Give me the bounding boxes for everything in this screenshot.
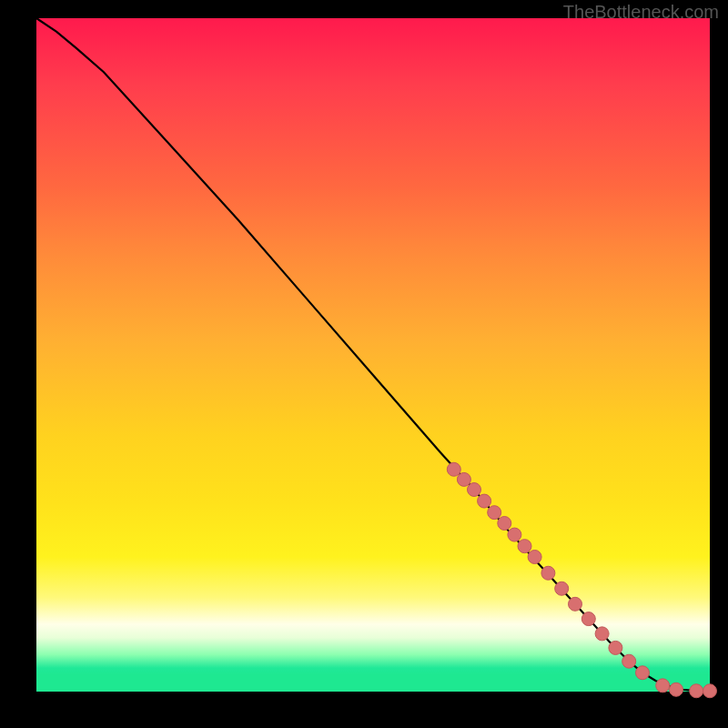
data-point bbox=[468, 483, 481, 497]
plot-area bbox=[36, 18, 710, 692]
data-point bbox=[528, 551, 541, 564]
chart-frame: TheBottleneck.com bbox=[0, 0, 728, 728]
watermark-text: TheBottleneck.com bbox=[563, 2, 719, 23]
bottleneck-curve bbox=[36, 18, 710, 691]
highlighted-points-group bbox=[447, 462, 716, 697]
data-point bbox=[518, 540, 531, 553]
data-point bbox=[447, 462, 460, 476]
data-point bbox=[508, 528, 521, 541]
data-point bbox=[555, 581, 569, 595]
data-point bbox=[703, 684, 717, 698]
chart-svg bbox=[36, 18, 710, 692]
data-point bbox=[670, 682, 683, 696]
data-point bbox=[690, 684, 703, 698]
data-point bbox=[609, 641, 622, 654]
data-point bbox=[636, 666, 650, 680]
data-point bbox=[457, 472, 470, 486]
data-point bbox=[656, 679, 670, 693]
data-point bbox=[478, 494, 491, 508]
data-point bbox=[569, 597, 582, 611]
data-point bbox=[622, 654, 636, 668]
data-point bbox=[581, 612, 595, 626]
data-point bbox=[595, 627, 609, 641]
data-point bbox=[498, 517, 511, 531]
data-point bbox=[488, 506, 501, 520]
data-point bbox=[541, 566, 555, 580]
